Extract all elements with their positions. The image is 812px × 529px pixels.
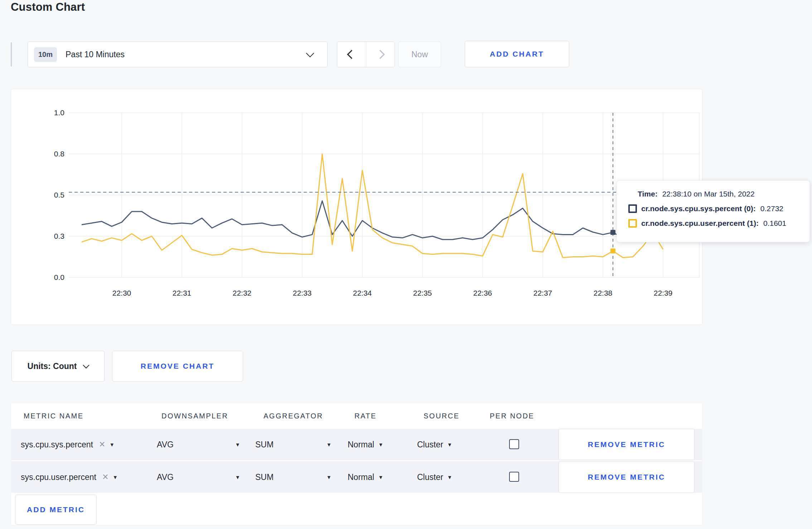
aggregator-select[interactable]: SUM ▾ xyxy=(255,429,330,460)
source-value: Cluster xyxy=(417,472,443,482)
now-button[interactable]: Now xyxy=(398,42,441,67)
aggregator-value: SUM xyxy=(255,472,274,482)
chevron-down-icon xyxy=(306,49,314,58)
toolbar-divider xyxy=(11,42,12,67)
x-axis-tick: 22:38 xyxy=(594,289,613,297)
tooltip-series-value: 0.2732 xyxy=(760,204,783,213)
series-line-sys xyxy=(82,201,663,239)
metric-name-select[interactable]: sys.cpu.user.percent ✕ ▾ xyxy=(21,461,117,493)
metric-name-label: sys.cpu.sys.percent xyxy=(21,440,93,450)
x-axis-tick: 22:32 xyxy=(233,289,252,297)
x-axis-tick: 22:34 xyxy=(353,289,372,297)
caret-down-icon: ▾ xyxy=(327,441,330,448)
aggregator-select[interactable]: SUM ▾ xyxy=(255,461,330,493)
per-node-checkbox[interactable] xyxy=(509,472,519,482)
time-forward-button[interactable] xyxy=(366,42,395,67)
rate-value: Normal xyxy=(348,472,374,482)
header-source: SOURCE xyxy=(424,412,460,420)
caret-down-icon: ▾ xyxy=(236,474,239,481)
rate-value: Normal xyxy=(348,440,374,450)
y-axis-tick: 0.0 xyxy=(54,273,64,281)
remove-metric-button[interactable]: REMOVE METRIC xyxy=(559,429,695,460)
rate-select[interactable]: Normal ▾ xyxy=(348,429,382,460)
remove-chart-button[interactable]: REMOVE CHART xyxy=(112,351,243,382)
tooltip-series-value: 0.1601 xyxy=(763,219,786,228)
downsampler-select[interactable]: AVG ▾ xyxy=(157,461,239,493)
units-select[interactable]: Units: Count xyxy=(11,351,105,382)
tooltip-series-row: cr.node.sys.cpu.user.percent (1): 0.1601 xyxy=(628,219,809,228)
hover-point xyxy=(610,248,615,253)
caret-down-icon: ▾ xyxy=(379,441,382,448)
units-label: Units: Count xyxy=(28,361,77,371)
x-axis-tick: 22:35 xyxy=(413,289,432,297)
clear-metric-icon[interactable]: ✕ xyxy=(99,440,105,449)
aggregator-value: SUM xyxy=(255,440,274,450)
caret-down-icon: ▾ xyxy=(448,441,451,448)
y-axis-tick: 0.8 xyxy=(54,150,64,158)
chart-tooltip: Time: 22:38:10 on Mar 15th, 2022 cr.node… xyxy=(617,180,810,242)
x-axis-tick: 22:31 xyxy=(173,289,192,297)
x-axis-tick: 22:30 xyxy=(112,289,131,297)
metric-name-select[interactable]: sys.cpu.sys.percent ✕ ▾ xyxy=(21,429,113,460)
x-axis-tick: 22:36 xyxy=(473,289,492,297)
rate-select[interactable]: Normal ▾ xyxy=(348,461,382,493)
x-axis-tick: 22:33 xyxy=(293,289,312,297)
time-range-badge: 10m xyxy=(34,47,57,62)
time-pager xyxy=(337,42,395,67)
y-axis-tick: 0.3 xyxy=(54,232,64,240)
sys-series-legend-icon xyxy=(628,204,637,213)
header-per-node: PER NODE xyxy=(490,412,534,420)
caret-down-icon: ▾ xyxy=(110,441,113,448)
downsampler-value: AVG xyxy=(157,440,174,450)
chevron-right-icon xyxy=(376,50,385,59)
page-title: Custom Chart xyxy=(11,1,85,14)
hover-point xyxy=(610,230,615,235)
time-range-select[interactable]: 10m Past 10 Minutes xyxy=(28,42,328,67)
y-axis-tick: 0.5 xyxy=(54,191,64,199)
caret-down-icon: ▾ xyxy=(327,474,330,481)
tooltip-series-label: cr.node.sys.cpu.user.percent (1): xyxy=(641,219,759,228)
timeseries-chart[interactable]: 1.00.80.50.30.022:3022:3122:3222:3322:34… xyxy=(11,89,702,325)
add-metric-button[interactable]: ADD METRIC xyxy=(15,495,97,525)
source-select[interactable]: Cluster ▾ xyxy=(417,461,451,493)
x-axis-tick: 22:37 xyxy=(533,289,552,297)
downsampler-value: AVG xyxy=(157,472,174,482)
tooltip-time-value: 22:38:10 on Mar 15th, 2022 xyxy=(662,190,755,198)
header-rate: RATE xyxy=(354,412,377,420)
tooltip-series-row: cr.node.sys.cpu.sys.percent (0): 0.2732 xyxy=(628,204,809,213)
header-downsampler: DOWNSAMPLER xyxy=(161,412,228,420)
series-line-user xyxy=(82,154,663,258)
source-select[interactable]: Cluster ▾ xyxy=(417,429,451,460)
x-axis-tick: 22:39 xyxy=(654,289,673,297)
tooltip-series-label: cr.node.sys.cpu.sys.percent (0): xyxy=(641,204,756,213)
header-aggregator: AGGREGATOR xyxy=(264,412,323,420)
chevron-down-icon xyxy=(83,362,90,368)
clear-metric-icon[interactable]: ✕ xyxy=(102,472,108,482)
caret-down-icon: ▾ xyxy=(448,474,451,481)
chevron-left-icon xyxy=(347,50,356,59)
y-axis-tick: 1.0 xyxy=(54,108,64,117)
time-back-button[interactable] xyxy=(337,42,366,67)
header-metric-name: METRIC NAME xyxy=(24,412,84,420)
tooltip-time-row: Time: 22:38:10 on Mar 15th, 2022 xyxy=(628,190,809,198)
caret-down-icon: ▾ xyxy=(113,474,117,481)
downsampler-select[interactable]: AVG ▾ xyxy=(157,429,239,460)
user-series-legend-icon xyxy=(628,219,637,228)
metric-name-label: sys.cpu.user.percent xyxy=(21,472,96,482)
caret-down-icon: ▾ xyxy=(379,474,382,481)
caret-down-icon: ▾ xyxy=(236,441,239,448)
tooltip-time-label: Time: xyxy=(638,190,658,198)
time-range-label: Past 10 Minutes xyxy=(66,50,125,59)
add-chart-button[interactable]: ADD CHART xyxy=(465,41,569,67)
remove-metric-button[interactable]: REMOVE METRIC xyxy=(559,461,695,493)
per-node-checkbox[interactable] xyxy=(509,439,519,449)
source-value: Cluster xyxy=(417,440,443,450)
